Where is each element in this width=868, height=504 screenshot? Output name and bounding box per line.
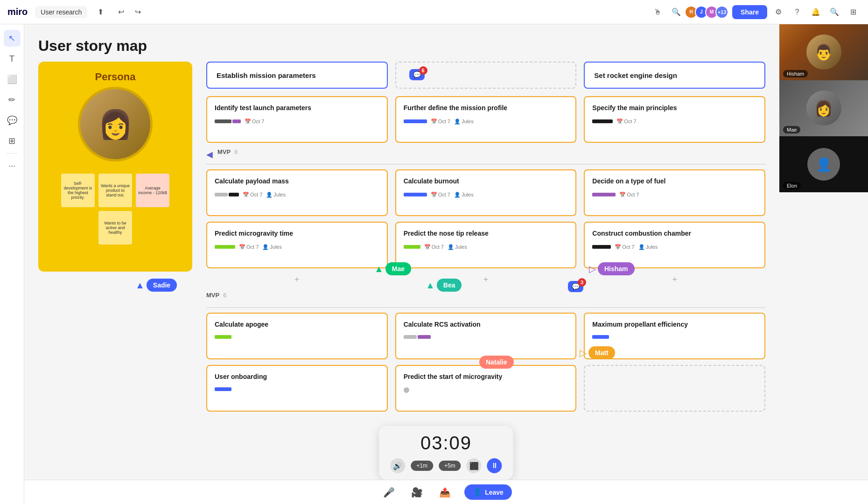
progress-bar xyxy=(215,387,231,391)
comment-badge-count: 6 xyxy=(419,66,427,75)
select-tool[interactable]: ↖ xyxy=(4,30,21,47)
leave-icon: 👤 xyxy=(473,488,482,497)
meta-user: 👤 Jules xyxy=(266,192,286,198)
frame-tool[interactable]: ⊞ xyxy=(4,133,21,149)
mvp1-row: ◀ MVP 6 xyxy=(206,148,765,160)
share-screen-button[interactable]: 📤 xyxy=(436,484,453,501)
bar-seg xyxy=(404,335,417,339)
share-button[interactable]: Share xyxy=(732,5,767,19)
leave-button[interactable]: 👤 Leave xyxy=(464,484,512,500)
progress-bar xyxy=(215,119,241,123)
video-name-3: Elon xyxy=(783,182,801,189)
sticky-note-4[interactable]: Wants to be active and healthy xyxy=(98,211,132,245)
story-card-3-3[interactable]: Construct combustion chamber 📅 Oct 7 👤 J… xyxy=(584,222,765,268)
sticky-note-2[interactable]: Wants a unique product to stand out. xyxy=(98,174,132,207)
header-card-2-empty: 💬 6 xyxy=(395,62,577,89)
notifications-button[interactable]: 🔔 xyxy=(808,5,823,20)
more-tools-button[interactable]: ··· xyxy=(4,157,21,174)
card-footer xyxy=(215,387,379,391)
header-card-3[interactable]: Set rocket engine design xyxy=(584,62,765,89)
timer-add1-button[interactable]: +1m xyxy=(411,461,433,471)
undo-button[interactable]: ↩ xyxy=(113,5,128,20)
timer-pause-button[interactable]: ⏸ xyxy=(487,458,502,473)
story-card-1-2[interactable]: Further define the mission profile 📅 Oct… xyxy=(395,96,577,143)
story-card-2-1[interactable]: Calculate payload mass 📅 Oct 7 👤 Jules xyxy=(206,169,388,216)
story-card-5-1[interactable]: User onboarding xyxy=(206,365,388,412)
story-row-1: Identify test launch parameters 📅 Oct 7 … xyxy=(206,96,765,143)
camera-button[interactable]: 🎥 xyxy=(408,484,425,501)
sticky-note-3[interactable]: Average income - 120k$ xyxy=(136,174,169,207)
help-button[interactable]: ? xyxy=(790,5,805,20)
sticky-tool[interactable]: ⬜ xyxy=(4,71,21,88)
story-card-4-1[interactable]: Calculate apogee xyxy=(206,313,388,359)
text-tool[interactable]: T xyxy=(4,50,21,67)
timer-add5-button[interactable]: +5m xyxy=(439,461,461,471)
bar-seg xyxy=(592,193,616,196)
mvp1-arrow: ◀ xyxy=(206,149,213,160)
bar-seg xyxy=(592,335,609,339)
progress-bar xyxy=(215,335,231,339)
mic-button[interactable]: 🎤 xyxy=(380,484,397,501)
add-card-btn-3[interactable]: + xyxy=(584,274,765,285)
card-footer xyxy=(215,335,379,339)
story-card-5-2[interactable]: Predict the start of microgravity xyxy=(395,365,577,412)
video-participant-3: 👤 Elon xyxy=(779,136,868,192)
meta-user: 👤 Jules xyxy=(448,244,467,250)
progress-bar xyxy=(404,245,420,249)
story-card-4-2[interactable]: Calculate RCS activation xyxy=(395,313,577,359)
card-footer: 📅 Oct 7 xyxy=(592,119,757,125)
video-panels: 👨 Hisham 👩 Mae 👤 Elon xyxy=(779,24,868,192)
add-card-btn-1[interactable]: + xyxy=(206,274,388,285)
meta-user: 👤 Jules xyxy=(638,244,658,250)
bar-seg xyxy=(232,119,241,123)
bar-seg xyxy=(229,193,239,196)
video-avatar-3: 👤 xyxy=(807,148,840,181)
apps-button[interactable]: ⊞ xyxy=(846,5,861,20)
progress-bar xyxy=(592,335,609,339)
story-card-3-2[interactable]: Predict the nose tip release 📅 Oct 7 👤 J… xyxy=(395,222,577,268)
comment-tool[interactable]: 💬 xyxy=(4,112,21,129)
card-footer: 📅 Oct 7 👤 Jules xyxy=(404,119,568,125)
pen-tool[interactable]: ✏ xyxy=(4,91,21,108)
comment-badge-2[interactable]: 💬 3 xyxy=(568,281,583,292)
bar-seg xyxy=(215,335,231,339)
plus-row-1: + + + xyxy=(206,274,765,285)
story-card-2-2[interactable]: Calculate burnout 📅 Oct 7 👤 Jules xyxy=(395,169,577,216)
card-footer xyxy=(404,387,568,393)
cursor-tool-button[interactable]: 🖱 xyxy=(650,5,665,20)
video-participant-2: 👩 Mae xyxy=(779,80,868,136)
add-card-btn-2[interactable]: + xyxy=(395,274,577,285)
export-button[interactable]: ⬆ xyxy=(93,5,108,20)
board-name[interactable]: User research xyxy=(35,6,87,18)
settings-button[interactable]: ⚙ xyxy=(771,5,786,20)
story-card-4-3[interactable]: Maximum propellant efficiency xyxy=(584,313,765,359)
video-avatar-2: 👩 xyxy=(806,91,841,126)
persona-card[interactable]: Persona 👩 Self-development is the highes… xyxy=(38,62,192,272)
progress-bar xyxy=(215,193,239,196)
story-card-1-1[interactable]: Identify test launch parameters 📅 Oct 7 xyxy=(206,96,388,143)
comment-badge-1[interactable]: 💬 6 xyxy=(409,69,425,80)
timer-stop-button[interactable]: ⬛ xyxy=(467,458,482,473)
card-footer: 📅 Oct 7 xyxy=(215,119,379,125)
video-name-2: Mae xyxy=(783,126,800,133)
story-card-2-3[interactable]: Decide on a type of fuel 📅 Oct 7 xyxy=(584,169,765,216)
header-card-1[interactable]: Establish mission parameters xyxy=(206,62,388,89)
story-card-3-1[interactable]: Predict microgravity time 📅 Oct 7 👤 Jule… xyxy=(206,222,388,268)
meta-user: 👤 Jules xyxy=(454,192,474,198)
story-card-1-3[interactable]: Specify the main principles 📅 Oct 7 xyxy=(584,96,765,143)
search-global-button[interactable]: 🔍 xyxy=(827,5,842,20)
bar-seg xyxy=(215,387,231,391)
avatar-stack: H J M +13 xyxy=(687,6,728,19)
status-dot xyxy=(404,387,409,393)
sticky-note-1[interactable]: Self-development is the highest priority… xyxy=(61,174,95,207)
redo-button[interactable]: ↪ xyxy=(130,5,145,20)
meta-date: 📅 Oct 7 xyxy=(616,119,636,125)
meta-date: 📅 Oct 7 xyxy=(615,244,634,250)
persona-avatar-image: 👩 xyxy=(80,89,150,159)
story-row-2: Calculate payload mass 📅 Oct 7 👤 Jules C… xyxy=(206,169,765,216)
persona-avatar: 👩 xyxy=(78,87,153,161)
cursor-sadie: ▲ Sadie xyxy=(135,279,177,292)
timer-sound-button[interactable]: 🔊 xyxy=(390,458,405,473)
canvas[interactable]: User story map Persona 👩 Self-developmen… xyxy=(24,24,868,504)
search-button[interactable]: 🔍 xyxy=(669,5,684,20)
